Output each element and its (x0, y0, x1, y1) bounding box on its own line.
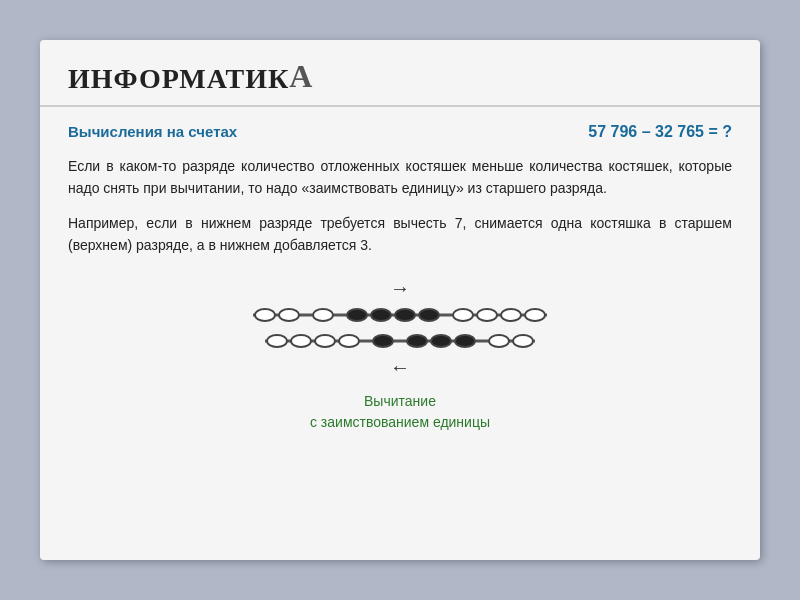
content: Вычисления на счетах 57 796 – 32 765 = ?… (40, 107, 760, 467)
logo-main: ИНФОРМАТИК (68, 63, 289, 95)
paragraph-2: Например, если в нижнем разряде требуетс… (68, 212, 732, 257)
bead-filled (406, 334, 428, 348)
abacus-diagram: → (68, 277, 732, 433)
bead-group-b3 (405, 334, 477, 348)
arrow-right: → (390, 277, 410, 300)
bead-filled (430, 334, 452, 348)
bead (290, 334, 312, 348)
bead-group-t2 (311, 308, 335, 322)
bead-filled (394, 308, 416, 322)
section-title: Вычисления на счетах (68, 123, 237, 140)
caption-line2: с заимствованием единицы (310, 414, 490, 430)
bead (476, 308, 498, 322)
bead (278, 308, 300, 322)
rod-bottom (265, 334, 535, 348)
abacus-caption: Вычитание с заимствованием единицы (310, 391, 490, 433)
header: ИНФОРМАТИКА (40, 40, 760, 107)
abacus-bottom-row (265, 334, 535, 348)
logo-suffix: А (289, 58, 313, 95)
rod-top (253, 308, 547, 322)
bead (524, 308, 546, 322)
equation: 57 796 – 32 765 = ? (588, 123, 732, 141)
arrow-left: ← (390, 356, 410, 379)
bead-filled (418, 308, 440, 322)
bead (512, 334, 534, 348)
bead (338, 334, 360, 348)
bead (314, 334, 336, 348)
bead (500, 308, 522, 322)
bead-filled (372, 334, 394, 348)
bead (452, 308, 474, 322)
paragraph-1: Если в каком-то разряде количество отлож… (68, 155, 732, 200)
bead-filled (370, 308, 392, 322)
slide: ИНФОРМАТИКА Вычисления на счетах 57 796 … (40, 40, 760, 560)
title-row: Вычисления на счетах 57 796 – 32 765 = ? (68, 123, 732, 141)
bead-group-b2 (371, 334, 395, 348)
bead (488, 334, 510, 348)
bead-filled (454, 334, 476, 348)
abacus-top-row (253, 308, 547, 322)
bead (266, 334, 288, 348)
bead-filled (346, 308, 368, 322)
caption-line1: Вычитание (364, 393, 436, 409)
bead (254, 308, 276, 322)
bead (312, 308, 334, 322)
